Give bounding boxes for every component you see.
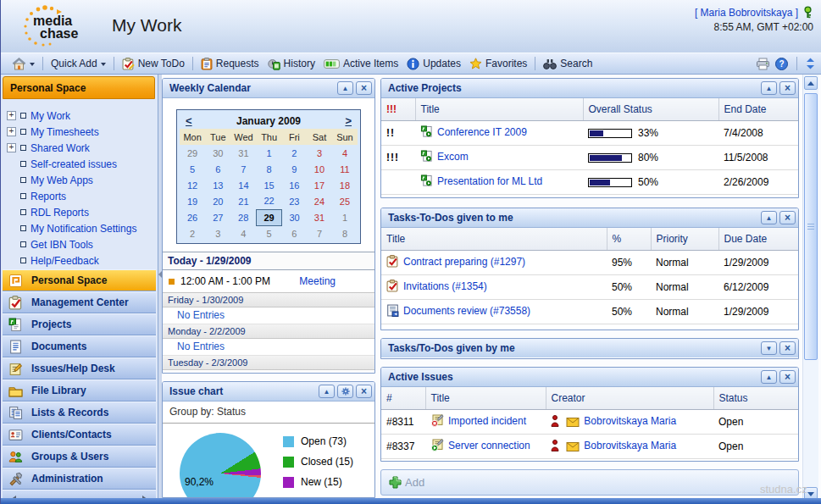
calendar-day[interactable]: 21 <box>230 193 256 209</box>
calendar-day[interactable]: 18 <box>332 177 358 193</box>
column-header-end-date[interactable]: End Date <box>718 98 798 121</box>
sidebar-module-personal-space[interactable]: Personal Space <box>3 269 156 291</box>
vertical-scrollbar[interactable] <box>802 75 818 504</box>
calendar-day[interactable]: 1 <box>257 145 282 161</box>
expand-collapse-all-icon[interactable] <box>806 58 815 69</box>
creator-link[interactable]: Bobrovitskaya Maria <box>584 415 676 427</box>
calendar-day[interactable]: 5 <box>257 225 282 241</box>
sidebar-module-issues-help-desk[interactable]: Issues/Help Desk <box>3 357 156 379</box>
calendar-day[interactable]: 29 <box>257 209 282 225</box>
calendar-day[interactable]: 29 <box>180 145 205 161</box>
calendar-day[interactable]: 22 <box>257 193 282 209</box>
column-header-priority[interactable]: Priority <box>651 228 718 251</box>
calendar-day[interactable]: 16 <box>282 177 307 193</box>
sidebar-header[interactable]: Personal Space <box>3 76 155 99</box>
sidebar-link[interactable]: RDL Reports <box>31 207 89 219</box>
sidebar-item-help-feedback[interactable]: Help/Feedback <box>7 252 156 269</box>
close-panel-button[interactable]: × <box>779 370 796 384</box>
requests-button[interactable]: Requests <box>197 58 263 70</box>
calendar-day[interactable]: 30 <box>282 209 307 225</box>
sidebar-module-administration[interactable]: Administration <box>3 468 156 490</box>
project-row[interactable]: Presentation for ML Ltd 50% 2/26/2009 <box>381 170 798 195</box>
sidebar-module-groups-users[interactable]: Groups & Users <box>3 446 156 468</box>
print-icon[interactable] <box>756 58 770 70</box>
new-todo-button[interactable]: New ToDo <box>118 58 189 70</box>
collapse-panel-button[interactable]: ▲ <box>761 81 777 95</box>
close-panel-button[interactable]: × <box>779 341 796 355</box>
quick-add-button[interactable]: Quick Add <box>47 58 110 69</box>
sidebar-module-clients-contacts[interactable]: Clients/Contacts <box>3 424 156 446</box>
sidebar-module-projects[interactable]: Projects <box>3 313 156 335</box>
sidebar-link[interactable]: My Web Apps <box>31 174 93 186</box>
calendar-day[interactable]: 14 <box>230 177 256 193</box>
task-link[interactable]: Contract preparing (#1297) <box>403 256 525 268</box>
collapse-panel-button[interactable]: ▲ <box>319 385 335 398</box>
task-row[interactable]: Documents review (#73558) 50% Normal 1/2… <box>381 300 798 324</box>
collapse-panel-button[interactable]: ▲ <box>761 211 777 224</box>
sidebar-link[interactable]: Self-created issues <box>31 158 117 170</box>
calendar-day[interactable]: 7 <box>307 225 332 241</box>
sidebar-link[interactable]: Reports <box>31 191 66 202</box>
calendar-day[interactable]: 31 <box>307 209 332 225</box>
home-button[interactable] <box>8 58 39 70</box>
column-header-title[interactable]: Title <box>425 387 546 410</box>
sidebar-link[interactable]: Help/Feedback <box>31 255 99 267</box>
sidebar-item-self-created-issues[interactable]: Self-created issues <box>7 156 156 172</box>
settings-gear-button[interactable] <box>337 385 353 398</box>
calendar-day[interactable]: 8 <box>332 225 358 241</box>
sidebar-item-my-work[interactable]: +My Work <box>7 108 156 124</box>
sidebar-item-reports[interactable]: Reports <box>7 188 156 204</box>
calendar-day[interactable]: 20 <box>205 193 230 209</box>
task-row[interactable]: Contract preparing (#1297) 95% Normal 1/… <box>381 251 798 275</box>
history-button[interactable]: History <box>263 58 319 70</box>
column-header-overall-status[interactable]: Overall Status <box>583 98 718 121</box>
favorites-button[interactable]: Favorites <box>465 58 531 69</box>
issue-link[interactable]: Server connection <box>448 440 530 451</box>
issue-row[interactable]: #8311 Imported incident Bobrovitskaya Ma… <box>381 410 798 435</box>
sidebar-item-get-ibn-tools[interactable]: Get IBN Tools <box>7 236 156 252</box>
creator-link[interactable]: Bobrovitskaya Maria <box>584 440 676 451</box>
scroll-up-button[interactable] <box>804 76 818 90</box>
sidebar-item-my-web-apps[interactable]: My Web Apps <box>7 172 156 188</box>
calendar-day[interactable]: 3 <box>205 225 230 241</box>
project-link[interactable]: Presentation for ML Ltd <box>437 175 542 187</box>
column-header-due-date[interactable]: Due Date <box>718 228 798 251</box>
calendar-day[interactable]: 2 <box>180 225 205 241</box>
next-month-link[interactable]: > <box>345 114 352 127</box>
updates-button[interactable]: Updates <box>402 58 465 70</box>
sidebar-link[interactable]: My Work <box>31 110 70 122</box>
project-row[interactable]: !!! Excom 80% 11/5/2008 <box>381 146 798 170</box>
close-panel-button[interactable]: × <box>779 81 796 95</box>
column-header-pri[interactable]: % <box>607 228 651 251</box>
user-name-link[interactable]: [ Maria Bobrovitskaya ] <box>695 7 798 19</box>
expand-plus-icon[interactable]: + <box>7 111 16 120</box>
calendar-day[interactable]: 27 <box>205 209 230 225</box>
calendar-day[interactable]: 28 <box>230 209 256 225</box>
calendar-day[interactable]: 31 <box>230 145 256 161</box>
expand-plus-icon[interactable]: + <box>7 127 16 136</box>
calendar-day[interactable]: 6 <box>205 161 230 177</box>
calendar-day[interactable]: 30 <box>205 145 230 161</box>
close-panel-button[interactable]: × <box>779 211 796 224</box>
sidebar-module-documents[interactable]: Documents <box>3 335 156 357</box>
calendar-day[interactable]: 19 <box>180 193 205 209</box>
calendar-day[interactable]: 4 <box>230 225 256 241</box>
calendar-day[interactable]: 11 <box>332 161 358 177</box>
calendar-day[interactable]: 8 <box>257 161 282 177</box>
task-row[interactable]: Invitations (#1354) 50% Normal 6/12/2009 <box>381 275 798 300</box>
scrollbar-thumb[interactable] <box>804 93 818 360</box>
sidebar-link[interactable]: My Notification Settings <box>31 223 136 235</box>
prev-month-link[interactable]: < <box>186 114 192 127</box>
calendar-day[interactable]: 23 <box>282 193 307 209</box>
calendar-day[interactable]: 9 <box>282 161 307 177</box>
column-header-creator[interactable]: Creator <box>546 387 713 410</box>
calendar-day[interactable]: 6 <box>282 225 307 241</box>
sidebar-link[interactable]: Get IBN Tools <box>31 239 93 251</box>
event-link[interactable]: Meeting <box>299 275 336 287</box>
collapse-panel-button[interactable]: ▲ <box>337 81 353 95</box>
calendar-day[interactable]: 5 <box>180 161 205 177</box>
close-panel-button[interactable]: × <box>356 81 372 95</box>
sidebar-item-my-timesheets[interactable]: +My Timesheets <box>7 124 156 140</box>
project-link[interactable]: Excom <box>437 151 469 163</box>
column-header-title[interactable]: Title <box>415 98 583 121</box>
